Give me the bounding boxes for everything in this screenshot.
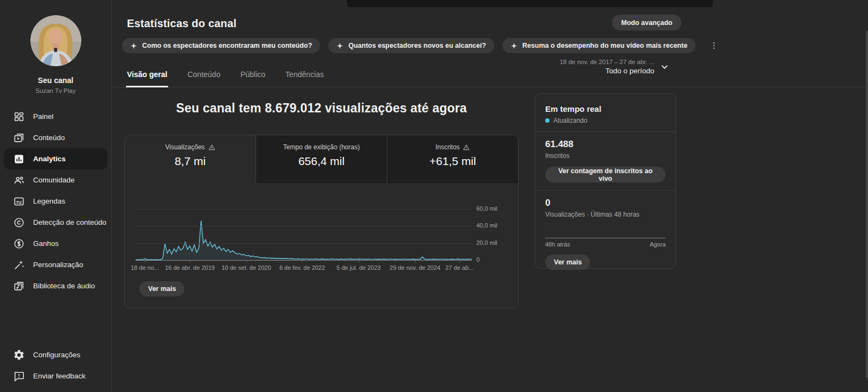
period-selector[interactable]: 18 de nov. de 2017 – 27 de abr. ... Todo…: [560, 59, 671, 75]
metric-value: 8,7 mi: [125, 155, 256, 168]
y-axis-label: 0: [476, 256, 480, 263]
page-header: Estatísticas do canal Modo avançado Como…: [112, 0, 868, 87]
tab-tendencias[interactable]: Tendências: [285, 66, 324, 87]
feedback-icon: [13, 370, 25, 382]
channel-profile: Seu canal Suzan Tv Play: [0, 0, 111, 94]
suggestion-chip-como-os-espectadores-encontrar[interactable]: Como os espectadores encontraram meu con…: [122, 38, 320, 53]
chart-zero-axis: [136, 260, 472, 261]
live-subscriber-count-button[interactable]: Ver contagem de inscritos ao vivo: [545, 167, 666, 182]
sidebar-item-label: Personalização: [33, 261, 83, 269]
sidebar-item-personalizacao[interactable]: Personalização: [0, 254, 111, 275]
metric-value: +61,5 mil: [387, 155, 518, 168]
sidebar-item-ganhos[interactable]: Ganhos: [0, 233, 111, 254]
metric-label: Inscritos: [436, 143, 460, 151]
sidebar-nav: Painel Conteúdo Analytics Comunidade Leg…: [0, 106, 111, 296]
metric-label: Tempo de exibição (horas): [283, 143, 360, 151]
sidebar-item-label: Comunidade: [33, 176, 75, 184]
x-axis-label: 10 de set. de 2020: [221, 264, 271, 271]
x-axis-tick: [246, 261, 247, 263]
x-axis-label: 18 de no...: [131, 264, 159, 271]
realtime-title: Em tempo real: [545, 104, 666, 113]
sidebar-item-enviar-feedback[interactable]: Enviar feedback: [0, 365, 111, 387]
realtime-48h-sparkline: [545, 238, 666, 238]
suggestion-chips: Como os espectadores encontraram meu con…: [122, 38, 721, 53]
sidebar-item-configuracoes[interactable]: Configurações: [0, 344, 111, 365]
metric-tab-visualizacoes[interactable]: Visualizações 8,7 mi: [125, 135, 256, 184]
realtime-updating: Atualizando: [545, 117, 666, 124]
earnings-icon: [13, 238, 25, 250]
sidebar-item-deteccao-de-conteudo[interactable]: Detecção de conteúdo: [0, 212, 111, 233]
y-axis-label: 60,0 mil: [476, 205, 497, 212]
sidebar-item-label: Configurações: [33, 351, 80, 359]
sparkle-icon: [130, 42, 137, 49]
analytics-icon: [13, 153, 25, 165]
community-icon: [13, 174, 25, 186]
metric-tab-inscritos[interactable]: Inscritos +61,5 mil: [387, 135, 518, 184]
realtime-views-label: Visualizações · Últimas 48 horas: [545, 211, 666, 218]
chips-overflow-kebab-icon[interactable]: [707, 40, 721, 52]
realtime-see-more-button[interactable]: Ver mais: [545, 255, 590, 270]
content-icon: [13, 132, 25, 144]
x-axis-label: 27 de ab...: [445, 264, 474, 271]
main-area: Estatísticas do canal Modo avançado Como…: [112, 0, 868, 392]
chart-gridline: [136, 209, 472, 210]
chip-label: Como os espectadores encontraram meu con…: [142, 42, 312, 49]
sidebar-item-conteudo[interactable]: Conteúdo: [0, 127, 111, 148]
live-dot-icon: [545, 118, 550, 123]
gear-icon: [13, 349, 25, 361]
suggestion-chip-resuma-o-desempenho-do-meu-vid[interactable]: Resuma o desempenho do meu vídeo mais re…: [502, 38, 695, 53]
realtime-subscribers-value: 61.488: [545, 139, 666, 150]
chip-label: Quantos espectadores novos eu alcancei?: [348, 42, 486, 49]
sidebar-footer-nav: Configurações Enviar feedback: [0, 344, 111, 387]
x-axis-tick: [145, 261, 145, 263]
updating-label: Atualizando: [553, 117, 588, 124]
sparkle-icon: [336, 42, 343, 49]
overview-content: Seu canal tem 8.679.012 visualizações at…: [112, 87, 868, 392]
subtitles-icon: [13, 195, 25, 207]
divider: [535, 190, 675, 191]
x-axis-label: 5 de jul. de 2023: [336, 264, 380, 271]
divider: [535, 131, 675, 132]
sidebar-item-label: Painel: [33, 112, 54, 121]
sidebar: Seu canal Suzan Tv Play Painel Conteúdo …: [0, 0, 112, 392]
suggestion-chip-quantos-espectadores-novos-eu-[interactable]: Quantos espectadores novos eu alcancei?: [328, 38, 494, 53]
realtime-subscribers-label: Inscritos: [545, 152, 666, 160]
sidebar-item-label: Ganhos: [33, 239, 59, 248]
sidebar-item-legendas[interactable]: Legendas: [0, 191, 111, 212]
chart-area-fill: [136, 221, 472, 261]
chevron-down-icon[interactable]: [659, 61, 671, 73]
sidebar-item-label: Biblioteca de áudio: [33, 282, 95, 290]
metric-tab-tempo-de-exibicao-horas[interactable]: Tempo de exibição (horas) 656,4 mil: [256, 135, 387, 184]
chip-label: Resuma o desempenho do meu vídeo mais re…: [522, 42, 687, 49]
chart-see-more-button[interactable]: Ver mais: [139, 281, 184, 296]
period-range: 18 de nov. de 2017 – 27 de abr. ...: [560, 59, 654, 65]
advanced-mode-button[interactable]: Modo avançado: [612, 15, 681, 30]
sparkle-icon: [510, 42, 518, 49]
metric-tabs: Visualizações 8,7 miTempo de exibição (h…: [125, 135, 518, 184]
tab-visao-geral[interactable]: Visão geral: [127, 66, 167, 87]
channel-views-headline: Seu canal tem 8.679.012 visualizações at…: [124, 101, 519, 116]
period-label: Todo o período: [560, 67, 654, 75]
copyright-icon: [13, 217, 25, 229]
sidebar-item-analytics[interactable]: Analytics: [4, 148, 107, 169]
sidebar-item-label: Detecção de conteúdo: [33, 218, 106, 226]
tab-conteudo[interactable]: Conteúdo: [187, 66, 220, 87]
chart-gridline: [136, 226, 472, 226]
axis-start-label: 48h atrás: [545, 241, 570, 248]
views-chart: 60,0 mil40,0 mil20,0 mil018 de no...16 d…: [136, 204, 472, 260]
channel-handle: Suzan Tv Play: [0, 87, 111, 94]
axis-end-label: Agora: [650, 241, 666, 248]
tab-publico[interactable]: Público: [240, 66, 265, 87]
realtime-card: Em tempo real Atualizando 61.488 Inscrit…: [535, 93, 676, 269]
sidebar-item-label: Legendas: [33, 197, 65, 205]
sidebar-item-biblioteca-de-audio[interactable]: Biblioteca de áudio: [0, 275, 111, 296]
x-axis-tick: [190, 261, 190, 263]
x-axis-label: 29 de nov. de 2024: [390, 264, 440, 271]
sidebar-item-comunidade[interactable]: Comunidade: [0, 169, 111, 191]
dashboard-icon: [13, 111, 25, 123]
sidebar-item-painel[interactable]: Painel: [0, 106, 111, 127]
period-text: 18 de nov. de 2017 – 27 de abr. ... Todo…: [560, 59, 654, 75]
channel-avatar[interactable]: [30, 15, 81, 66]
sidebar-item-label: Analytics: [33, 155, 66, 163]
audio-library-icon: [13, 280, 25, 292]
